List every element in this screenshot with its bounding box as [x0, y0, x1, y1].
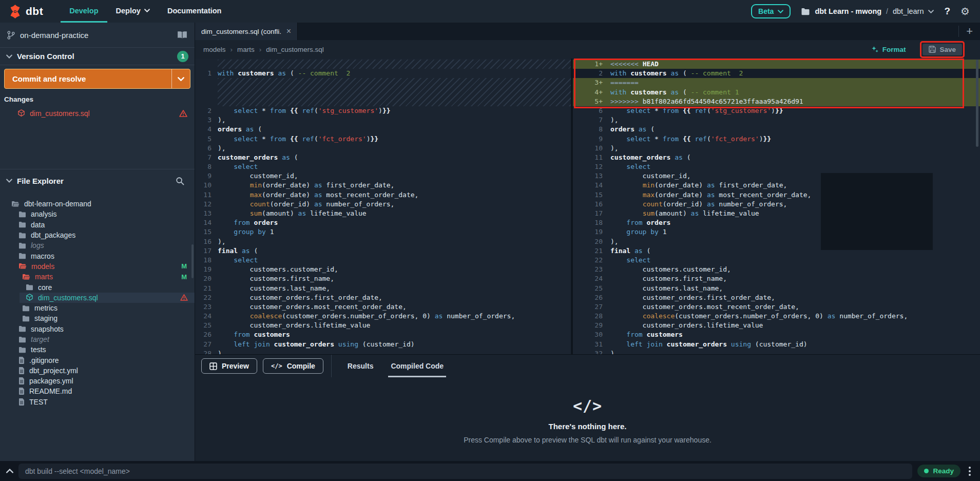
tree-item-target[interactable]: target	[0, 334, 195, 344]
kebab-menu-icon[interactable]	[966, 467, 974, 476]
line-number: 8	[573, 125, 603, 134]
tree-item-label: core	[38, 283, 52, 292]
code-line: 11customer_orders as (	[573, 153, 980, 162]
line-number: 20	[573, 237, 603, 246]
changed-file-name: dim_customers.sql	[30, 109, 90, 118]
tree-item-data[interactable]: data	[0, 220, 195, 230]
code-line: 13 sum(amount) as lifetime_value	[195, 209, 571, 218]
help-icon[interactable]: ?	[944, 6, 950, 17]
code-line: 6),	[195, 144, 571, 153]
editor-pane-right[interactable]: 1+<<<<<<< HEAD2with customers as ( -- co…	[573, 59, 980, 354]
command-bar: Ready	[0, 461, 980, 481]
tree-item-logs[interactable]: logs	[0, 240, 195, 251]
version-control-header[interactable]: Version Control 1	[0, 48, 195, 65]
line-number: 24	[195, 312, 212, 321]
code-line: 22 select	[573, 256, 980, 265]
line-number: 25	[195, 321, 212, 330]
commit-options-chevron[interactable]	[171, 69, 190, 88]
folder-open-icon	[11, 201, 20, 207]
changed-file-row[interactable]: dim_customers.sql	[0, 106, 195, 120]
gear-icon[interactable]: ⚙	[960, 6, 970, 16]
tree-item-macros[interactable]: macros	[0, 251, 195, 261]
commit-and-resolve-button[interactable]: Commit and resolve	[4, 69, 190, 89]
tree-item-label: target	[31, 335, 49, 343]
nav-item-develop[interactable]: Develop	[61, 0, 107, 23]
chevron-up-icon[interactable]	[6, 469, 13, 473]
beta-selector[interactable]: Beta	[751, 4, 791, 18]
folder-icon	[22, 305, 30, 312]
line-number: 14	[573, 181, 603, 190]
tree-item-label: dbt-learn-on-demand	[24, 200, 91, 208]
folder-icon	[22, 315, 30, 322]
tree-item-staging[interactable]: staging	[0, 313, 195, 323]
code-line: 26 customer_orders.first_order_date,	[573, 293, 980, 302]
line-number: 10	[195, 181, 212, 190]
code-icon: </>	[573, 397, 602, 415]
tab-compiled-code[interactable]: Compiled Code	[382, 355, 452, 377]
tree-item-dim-customers-sql[interactable]: dim_customers.sql	[0, 293, 195, 303]
top-nav: dbt Develop Deploy Documentation Beta db…	[0, 0, 980, 23]
tree-item--gitignore[interactable]: .gitignore	[0, 355, 195, 365]
tab-results[interactable]: Results	[339, 355, 382, 377]
account-project-selector[interactable]: dbt Learn - mwong / dbt_learn	[801, 7, 934, 15]
breadcrumb-separator: ›	[259, 46, 262, 53]
changes-count-badge: 1	[177, 51, 188, 62]
code-line: 14 min(order_date) as first_order_date,	[573, 181, 980, 190]
file-explorer-header[interactable]: File Explorer	[0, 169, 195, 192]
code-line: 1+<<<<<<< HEAD	[573, 60, 980, 69]
brand-name: dbt	[26, 5, 43, 17]
editor-pane-left[interactable]: 1with customers as ( -- comment 22 selec…	[195, 59, 571, 354]
tree-item-label: snapshots	[31, 325, 64, 333]
code-line: 27 left join customer_orders using (cust…	[195, 340, 571, 349]
chevron-down-icon	[6, 54, 12, 59]
tree-item-metrics[interactable]: metrics	[0, 303, 195, 313]
file-icon	[18, 357, 25, 364]
empty-state-title: There's nothing here.	[549, 422, 627, 431]
tree-item-dbt-project-yml[interactable]: dbt_project.yml	[0, 365, 195, 376]
line-number: 11	[573, 153, 603, 162]
code-line: 19 customers.customer_id,	[195, 265, 571, 274]
folder-icon	[18, 211, 26, 218]
preview-button[interactable]: Preview	[201, 358, 257, 374]
editor-scrollbar[interactable]	[976, 60, 978, 147]
nav-item-deploy[interactable]: Deploy	[107, 0, 159, 23]
command-input[interactable]	[18, 464, 912, 479]
chevron-down-icon	[928, 10, 934, 13]
code-line: 27 customer_orders.most_recent_order_dat…	[573, 302, 980, 312]
search-icon[interactable]	[176, 177, 184, 185]
line-number: 11	[195, 190, 212, 200]
line-number: 25	[573, 284, 603, 293]
tree-item-analysis[interactable]: analysis	[0, 209, 195, 219]
tree-item-models[interactable]: modelsM	[0, 261, 195, 272]
dbt-logo[interactable]: dbt	[0, 0, 43, 23]
tree-item-label: tests	[31, 345, 46, 354]
close-icon[interactable]: ×	[286, 27, 291, 36]
folder-icon	[18, 242, 26, 249]
branch-row: on-demand-practice	[0, 23, 195, 48]
tree-item-dbt-learn-on-demand[interactable]: dbt-learn-on-demand	[0, 199, 195, 209]
tree-item-label: dbt_project.yml	[29, 367, 78, 375]
breadcrumb-separator: ›	[230, 46, 233, 53]
tree-item-snapshots[interactable]: snapshots	[0, 324, 195, 334]
new-tab-button[interactable]: +	[958, 26, 980, 37]
sidebar-scrollbar[interactable]	[191, 244, 194, 278]
tree-item-packages-yml[interactable]: packages.yml	[0, 376, 195, 386]
tree-item-test[interactable]: TEST	[0, 397, 195, 407]
line-number: 7	[573, 116, 603, 125]
save-button[interactable]: Save	[923, 44, 962, 55]
tab-dim-customers[interactable]: dim_customers.sql (confli... ×	[195, 23, 298, 40]
tree-item-tests[interactable]: tests	[0, 344, 195, 355]
code-line: 20 customers.first_name,	[195, 274, 571, 283]
tree-item-readme-md[interactable]: README.md	[0, 386, 195, 396]
tree-item-marts[interactable]: martsM	[0, 272, 195, 282]
code-line: 7customer_orders as (	[195, 153, 571, 162]
compile-button[interactable]: </> Compile	[263, 358, 323, 374]
docs-book-icon[interactable]	[177, 31, 187, 39]
folder-open-icon	[22, 274, 30, 280]
tree-item-dbt-packages[interactable]: dbt_packages	[0, 230, 195, 240]
format-button[interactable]: Format	[871, 46, 906, 53]
nav-item-documentation[interactable]: Documentation	[159, 0, 230, 23]
line-number: 4	[195, 125, 212, 134]
tree-item-core[interactable]: core	[0, 282, 195, 292]
line-number: 8	[195, 162, 212, 171]
